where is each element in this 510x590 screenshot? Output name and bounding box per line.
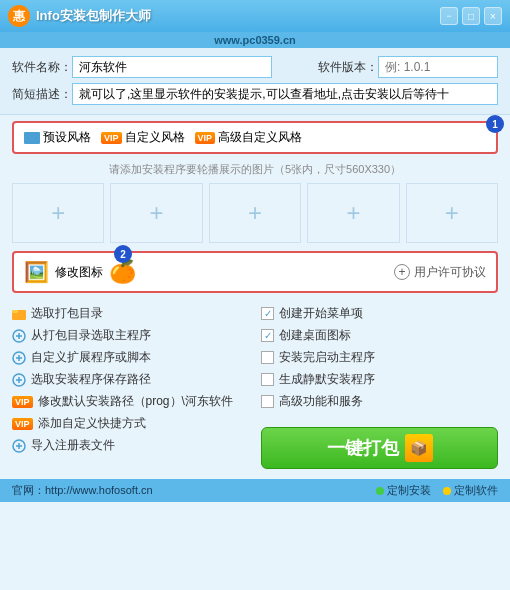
select-main-program-label: 从打包目录选取主程序 bbox=[31, 327, 151, 344]
left-options: 选取打包目录 从打包目录选取主程序 自定义扩展程序或脚本 选取安装程序保存路径 … bbox=[12, 305, 249, 469]
desc-label: 简短描述： bbox=[12, 86, 72, 103]
style-options: 预设风格 VIP 自定义风格 VIP 高级自定义风格 bbox=[24, 129, 486, 146]
pack-button[interactable]: 一键打包 📦 bbox=[261, 427, 498, 469]
software-name-row: 软件名称： 河东软件 软件版本： bbox=[12, 56, 498, 78]
launch-after-install-label: 安装完启动主程序 bbox=[279, 349, 375, 366]
style-section: 预设风格 VIP 自定义风格 VIP 高级自定义风格 1 bbox=[12, 121, 498, 154]
import-registry-label: 导入注册表文件 bbox=[31, 437, 115, 454]
right-options: ✓ 创建开始菜单项 ✓ 创建桌面图标 安装完启动主程序 生成静默安装程序 高级功… bbox=[261, 305, 498, 469]
add-shortcut-option[interactable]: VIP 添加自定义快捷方式 bbox=[12, 415, 249, 432]
close-button[interactable]: × bbox=[484, 7, 502, 25]
title-bar-left: 惠 Info安装包制作大师 bbox=[8, 5, 151, 27]
footer-website: 官网：http://www.hofosoft.cn bbox=[12, 483, 153, 498]
modify-icon-img: 🖼️ bbox=[24, 260, 49, 284]
watermark-text: www.pc0359.cn bbox=[214, 34, 296, 46]
maximize-button[interactable]: □ bbox=[462, 7, 480, 25]
advanced-style-button[interactable]: VIP 高级自定义风格 bbox=[195, 129, 303, 146]
vip-badge-2: VIP bbox=[195, 132, 216, 144]
img-hint: 请添加安装程序要轮播展示的图片（5张内，尺寸560X330） bbox=[12, 162, 498, 177]
modify-default-install-option[interactable]: VIP 修改默认安装路径（prog）\河东软件 bbox=[12, 393, 249, 410]
img-slot-2[interactable]: + bbox=[110, 183, 202, 243]
action-section: 🖼️ 修改图标 🍊 + 用户许可协议 2 bbox=[12, 251, 498, 293]
add-img-4-icon: + bbox=[346, 199, 360, 227]
pack-button-wrapper: 一键打包 📦 bbox=[261, 419, 498, 469]
vip-badge-1: VIP bbox=[101, 132, 122, 144]
silent-check-box bbox=[261, 373, 274, 386]
desc-input[interactable]: 就可以了,这里显示软件的安装提示,可以查看地址,点击安装以后等待十 bbox=[72, 83, 498, 105]
select-save-path-label: 选取安装程序保存路径 bbox=[31, 371, 151, 388]
img-slot-4[interactable]: + bbox=[307, 183, 399, 243]
start-menu-label: 创建开始菜单项 bbox=[279, 305, 363, 322]
import-registry-option[interactable]: 导入注册表文件 bbox=[12, 437, 249, 454]
modify-icon-button[interactable]: 🖼️ 修改图标 🍊 bbox=[24, 259, 136, 285]
checkmark-2: ✓ bbox=[264, 330, 272, 341]
custom-label: 自定义风格 bbox=[125, 129, 185, 146]
select-pack-dir-option[interactable]: 选取打包目录 bbox=[12, 305, 249, 322]
vip-badge-4: VIP bbox=[12, 418, 33, 430]
preset-label: 预设风格 bbox=[43, 129, 91, 146]
folder-icon bbox=[12, 307, 26, 321]
img-slot-5[interactable]: + bbox=[406, 183, 498, 243]
software-name-input[interactable]: 河东软件 bbox=[72, 56, 272, 78]
start-menu-checkbox[interactable]: ✓ 创建开始菜单项 bbox=[261, 305, 498, 322]
start-menu-check-box: ✓ bbox=[261, 307, 274, 320]
title-bar-controls: － □ × bbox=[440, 7, 502, 25]
add-img-3-icon: + bbox=[248, 199, 262, 227]
pack-icon: 📦 bbox=[405, 434, 433, 462]
bottom-section: 选取打包目录 从打包目录选取主程序 自定义扩展程序或脚本 选取安装程序保存路径 … bbox=[12, 301, 498, 473]
desktop-icon-check-box: ✓ bbox=[261, 329, 274, 342]
app-logo: 惠 bbox=[8, 5, 30, 27]
advanced-check-box bbox=[261, 395, 274, 408]
advanced-label: 高级自定义风格 bbox=[218, 129, 302, 146]
action-badge: 2 bbox=[114, 245, 132, 263]
desktop-icon-checkbox[interactable]: ✓ 创建桌面图标 bbox=[261, 327, 498, 344]
footer-bar: 官网：http://www.hofosoft.cn 定制安装 定制软件 bbox=[0, 479, 510, 502]
title-bar: 惠 Info安装包制作大师 － □ × bbox=[0, 0, 510, 32]
add-shortcut-label: 添加自定义快捷方式 bbox=[38, 415, 146, 432]
user-agreement-label: 用户许可协议 bbox=[414, 264, 486, 281]
custom-software-item: 定制软件 bbox=[443, 483, 498, 498]
img-slot-3[interactable]: + bbox=[209, 183, 301, 243]
silent-install-label: 生成静默安装程序 bbox=[279, 371, 375, 388]
pack-button-label: 一键打包 bbox=[327, 436, 399, 460]
select-pack-dir-label: 选取打包目录 bbox=[31, 305, 103, 322]
user-agreement-button[interactable]: + 用户许可协议 bbox=[394, 264, 486, 281]
version-input[interactable] bbox=[378, 56, 498, 78]
circle-add-icon-4 bbox=[12, 439, 26, 453]
select-save-path-option[interactable]: 选取安装程序保存路径 bbox=[12, 371, 249, 388]
add-img-1-icon: + bbox=[51, 199, 65, 227]
vip-badge-3: VIP bbox=[12, 396, 33, 408]
custom-software-label: 定制软件 bbox=[454, 483, 498, 498]
app-title: Info安装包制作大师 bbox=[36, 7, 151, 25]
custom-style-button[interactable]: VIP 自定义风格 bbox=[101, 129, 185, 146]
advanced-features-label: 高级功能和服务 bbox=[279, 393, 363, 410]
custom-extension-label: 自定义扩展程序或脚本 bbox=[31, 349, 151, 366]
silent-install-checkbox[interactable]: 生成静默安装程序 bbox=[261, 371, 498, 388]
style-badge: 1 bbox=[486, 115, 504, 133]
desktop-icon-label: 创建桌面图标 bbox=[279, 327, 351, 344]
img-slot-1[interactable]: + bbox=[12, 183, 104, 243]
custom-software-dot bbox=[443, 487, 451, 495]
version-label: 软件版本： bbox=[318, 59, 378, 76]
preset-style-button[interactable]: 预设风格 bbox=[24, 129, 91, 146]
software-name-label: 软件名称： bbox=[12, 59, 72, 76]
advanced-features-checkbox[interactable]: 高级功能和服务 bbox=[261, 393, 498, 410]
circle-add-icon-1 bbox=[12, 329, 26, 343]
custom-install-label: 定制安装 bbox=[387, 483, 431, 498]
minimize-button[interactable]: － bbox=[440, 7, 458, 25]
custom-extension-option[interactable]: 自定义扩展程序或脚本 bbox=[12, 349, 249, 366]
footer-dots: 定制安装 定制软件 bbox=[376, 483, 498, 498]
top-form-area: 软件名称： 河东软件 软件版本： 简短描述： 就可以了,这里显示软件的安装提示,… bbox=[0, 48, 510, 115]
svg-rect-1 bbox=[12, 310, 18, 313]
custom-install-item: 定制安装 bbox=[376, 483, 431, 498]
launch-after-install-checkbox[interactable]: 安装完启动主程序 bbox=[261, 349, 498, 366]
circle-add-icon-2 bbox=[12, 351, 26, 365]
preset-icon bbox=[24, 132, 40, 144]
add-img-2-icon: + bbox=[150, 199, 164, 227]
add-img-5-icon: + bbox=[445, 199, 459, 227]
circle-add-icon-3 bbox=[12, 373, 26, 387]
desc-row: 简短描述： 就可以了,这里显示软件的安装提示,可以查看地址,点击安装以后等待十 bbox=[12, 83, 498, 105]
select-main-program-option[interactable]: 从打包目录选取主程序 bbox=[12, 327, 249, 344]
checkmark-1: ✓ bbox=[264, 308, 272, 319]
modify-icon-label: 修改图标 bbox=[55, 264, 103, 281]
